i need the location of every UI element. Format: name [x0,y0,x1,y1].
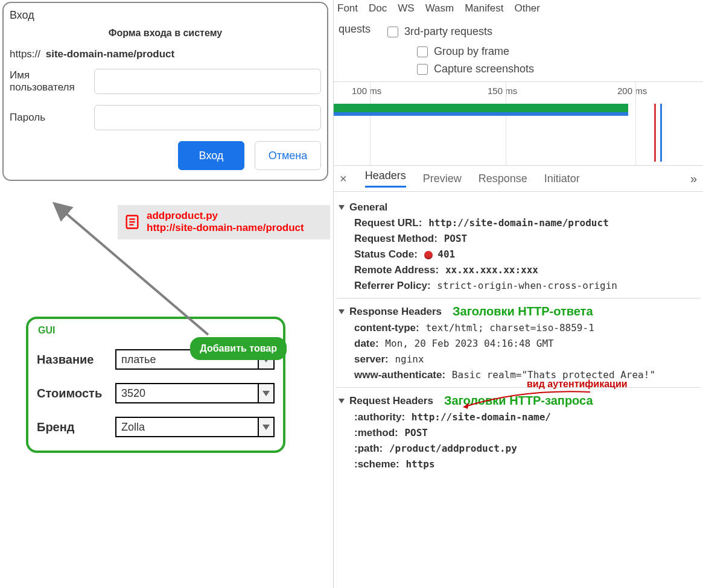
tab-headers[interactable]: Headers [365,169,406,188]
checkbox-quests[interactable]: quests [339,21,371,38]
checkbox-quests-label: quests [339,23,371,36]
section-request-headers-title: Request Headers [349,395,433,407]
file-name: addproduct.py [147,210,304,222]
checkbox-icon[interactable] [417,46,428,57]
status-code-k: Status Code: [354,248,418,260]
filter-other[interactable]: Other [514,2,540,14]
remote-addr-k: Remote Address: [354,264,439,276]
section-request-headers[interactable]: Request Headers Заголовки HTTP-запроса [339,394,701,408]
path-k: :path: [354,443,383,454]
scheme-v: https [406,458,434,470]
checkbox-capture-screenshots-label: Capture screenshots [434,63,534,75]
password-label: Пароль [10,112,94,124]
price-select[interactable]: 3520 [115,383,275,403]
req-url-k: Request URL: [354,217,422,229]
tab-preview[interactable]: Preview [423,172,462,185]
timeline-bar-secondary [334,112,628,116]
chevron-down-icon [339,309,345,314]
referrer-k: Referrer Policy: [354,280,431,291]
file-url: http://site-domain-name/product [147,222,304,234]
section-general[interactable]: General [339,201,701,213]
content-type-v: text/html; charset=iso-8859-1 [425,322,594,334]
close-icon[interactable]: × [340,172,347,186]
url-scheme: https:// [10,48,40,60]
gui-panel: GUI Добавить товар Название платье Стоим… [26,317,285,453]
add-product-button[interactable]: Добавить товар [190,337,287,360]
dropdown-icon[interactable] [258,418,273,436]
login-submit-button[interactable]: Вход [178,141,244,170]
document-icon [124,213,141,230]
status-code-v: 401 [437,248,455,260]
checkbox-icon[interactable] [387,27,398,37]
login-dialog: Вход Форма входа в систему https:// site… [2,2,328,181]
server-k: server: [354,353,389,365]
checkbox-3rd-party-label: 3rd-party requests [404,25,492,38]
content-type-k: content-type: [354,322,419,334]
tab-response[interactable]: Response [479,172,527,185]
brand-value: Zolla [116,421,258,434]
timeline-bar [334,104,628,112]
request-detail-tabs: × Headers Preview Response Initiator » [334,166,703,192]
referrer-v: strict-origin-when-cross-origin [437,280,617,291]
request-headers-note: Заголовки HTTP-запроса [444,394,593,408]
network-filter-tabs: Font Doc WS Wasm Manifest Other [334,0,703,18]
password-input[interactable] [94,105,321,130]
login-cancel-button[interactable]: Отмена [255,141,321,170]
network-timeline[interactable]: 100 ms 150 ms 200 ms [334,81,703,166]
username-input[interactable] [94,69,321,94]
url-host: site-domain-name/product [43,48,174,60]
devtools-panel: Font Doc WS Wasm Manifest Other quests 3… [333,0,703,588]
section-response-headers-title: Response Headers [349,306,442,318]
filter-font[interactable]: Font [337,2,358,14]
headers-body: General Request URL: http://site-domain-… [334,192,703,480]
method-k: :method: [354,427,398,438]
remote-addr-v: xx.xx.xxx.xx:xxx [445,264,538,276]
req-method-k: Request Method: [354,233,437,244]
gui-row-price: Стоимость 3520 [37,383,275,403]
response-headers-note: Заголовки HTTP-ответа [453,305,593,318]
login-title: Вход [10,9,34,22]
chevron-down-icon [339,399,345,403]
tick-200: 200 ms [617,86,647,96]
chevron-down-icon [339,205,345,210]
username-label: Имя пользователя [10,69,94,93]
filter-ws[interactable]: WS [398,2,414,14]
method-v: POST [404,427,428,438]
tick-150: 150 ms [488,86,517,96]
date-k: date: [354,338,379,349]
checkbox-group-by-frame[interactable]: Group by frame [411,45,703,58]
login-url: https:// site-domain-name/product [10,48,321,60]
server-v: nginx [395,353,424,365]
section-general-title: General [349,201,387,213]
dropdown-icon[interactable] [258,384,273,402]
scheme-k: :scheme: [354,458,399,470]
filter-wasm[interactable]: Wasm [425,2,454,14]
brand-select[interactable]: Zolla [115,417,275,437]
filter-manifest[interactable]: Manifest [465,2,503,14]
more-tabs-icon[interactable]: » [690,172,697,186]
name-label: Название [37,353,115,367]
price-value: 3520 [116,387,258,400]
brand-label: Бренд [37,420,115,434]
checkbox-icon[interactable] [417,64,428,75]
www-auth-k: www-authenticate: [354,369,445,381]
gui-row-brand: Бренд Zolla [37,417,275,437]
filter-doc[interactable]: Doc [369,2,387,14]
tab-initiator[interactable]: Initiator [544,172,580,185]
req-method-v: POST [444,233,468,244]
date-v: Mon, 20 Feb 2023 04:16:48 GMT [385,338,553,349]
timeline-marker-blue [660,104,662,162]
timeline-marker-red [654,104,656,162]
status-dot-icon [424,251,433,259]
price-label: Стоимость [37,387,115,400]
checkbox-capture-screenshots[interactable]: Capture screenshots [411,63,703,75]
authority-k: :authority: [354,411,405,423]
file-block: addproduct.py http://site-domain-name/pr… [118,205,330,239]
path-v: /product/addproduct.py [389,443,517,454]
section-response-headers[interactable]: Response Headers Заголовки HTTP-ответа [339,305,701,318]
checkbox-3rd-party[interactable]: 3rd-party requests [387,25,492,38]
tick-100: 100 ms [352,86,381,96]
gui-title: GUI [38,325,275,336]
file-text: addproduct.py http://site-domain-name/pr… [147,210,304,235]
www-auth-v: Basic realm="Thats protected Area!" [452,369,655,381]
